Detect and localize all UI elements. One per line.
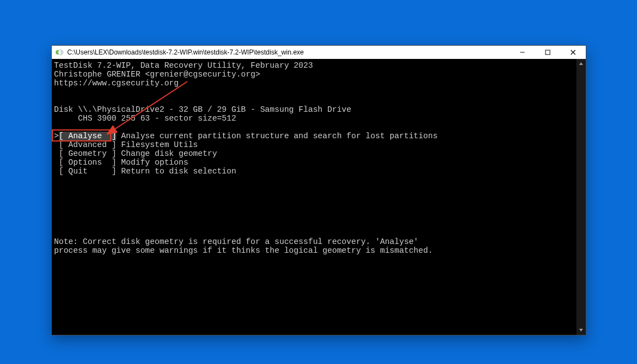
blank-line <box>54 96 576 105</box>
menu-item[interactable]: >[ Analyse ] Analyse current partition s… <box>54 132 576 140</box>
minimize-button[interactable] <box>510 46 535 59</box>
menu-item[interactable]: [ Options ] Modify options <box>54 158 576 167</box>
maximize-button[interactable] <box>535 46 560 59</box>
disk-line: Disk \\.\PhysicalDrive2 - 32 GB / 29 GiB… <box>54 105 576 114</box>
header-line: https://www.cgsecurity.org <box>54 79 576 88</box>
blank-line <box>54 193 576 202</box>
vertical-scrollbar[interactable] <box>576 59 586 335</box>
chs-line: CHS 3900 255 63 - sector size=512 <box>54 114 576 123</box>
close-button[interactable] <box>560 46 586 59</box>
blank-line <box>54 229 576 237</box>
terminal-output[interactable]: TestDisk 7.2-WIP, Data Recovery Utility,… <box>52 59 576 335</box>
header-line: Christophe GRENIER <grenier@cgsecurity.o… <box>54 70 576 79</box>
blank-line <box>54 88 576 96</box>
svg-rect-3 <box>546 50 550 55</box>
app-window: C:\Users\LEX\Downloads\testdisk-7.2-WIP.… <box>51 45 586 335</box>
menu-item[interactable]: [ Geometry ] Change disk geometry <box>54 149 576 158</box>
blank-line <box>54 176 576 184</box>
note-line: Note: Correct disk geometry is required … <box>54 237 576 246</box>
scroll-up-arrow[interactable] <box>576 59 586 68</box>
menu-item[interactable]: [ Quit ] Return to disk selection <box>54 167 576 176</box>
note-line: process may give some warnings if it thi… <box>54 246 576 255</box>
desktop-background: C:\Users\LEX\Downloads\testdisk-7.2-WIP.… <box>0 0 637 364</box>
client-area: TestDisk 7.2-WIP, Data Recovery Utility,… <box>52 59 586 335</box>
blank-line <box>54 220 576 229</box>
blank-line <box>54 123 576 132</box>
scroll-down-arrow[interactable] <box>576 325 586 335</box>
app-icon <box>55 48 64 57</box>
window-title: C:\Users\LEX\Downloads\testdisk-7.2-WIP.… <box>67 48 510 56</box>
titlebar[interactable]: C:\Users\LEX\Downloads\testdisk-7.2-WIP.… <box>52 46 586 59</box>
menu-item[interactable]: [ Advanced ] Filesystem Utils <box>54 140 576 149</box>
window-controls <box>510 46 586 59</box>
blank-line <box>54 202 576 211</box>
blank-line <box>54 211 576 220</box>
header-line: TestDisk 7.2-WIP, Data Recovery Utility,… <box>54 61 576 70</box>
blank-line <box>54 184 576 193</box>
